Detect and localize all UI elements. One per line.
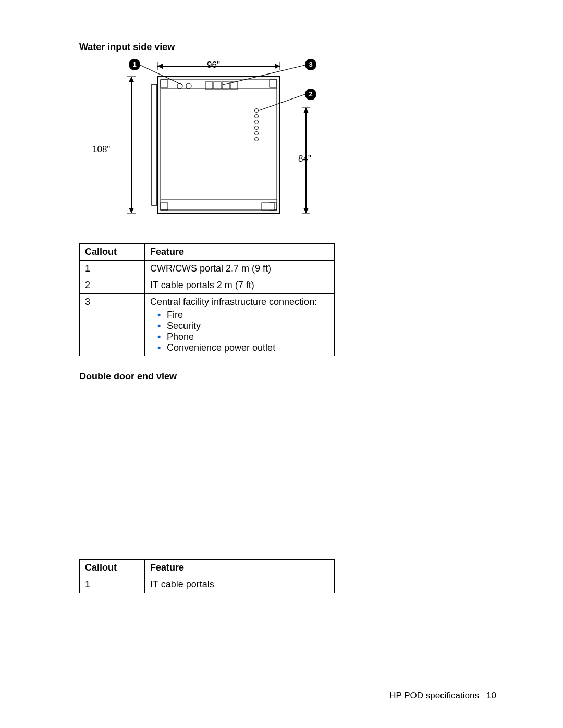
table1-head-feature: Feature <box>145 244 335 261</box>
svg-rect-26 <box>262 203 274 210</box>
section-heading-water-input: Water input side view <box>79 42 496 53</box>
cell-feature: Central facility infrastructure connecti… <box>145 294 335 356</box>
cell-feature: IT cable portals <box>145 576 335 593</box>
water-input-diagram: 96" 108" 84" 1 3 2 <box>100 61 324 223</box>
table-row: 2 IT cable portals 2 m (7 ft) <box>80 277 335 294</box>
svg-rect-13 <box>152 84 157 205</box>
callout-table-2: Callout Feature 1 IT cable portals <box>79 559 335 593</box>
svg-marker-1 <box>157 64 163 69</box>
cell-feature: IT cable portals 2 m (7 ft) <box>145 277 335 294</box>
table2-head-callout: Callout <box>80 560 145 576</box>
svg-marker-36 <box>303 108 309 113</box>
cell-callout: 1 <box>80 261 145 277</box>
dim-height-right-label: 84" <box>298 154 311 164</box>
table-row: 3 Central facility infrastructure connec… <box>80 294 335 356</box>
svg-marker-37 <box>303 208 309 213</box>
cell-callout: 1 <box>80 576 145 593</box>
callout-table-1: Callout Feature 1 CWR/CWS portal 2.7 m (… <box>79 243 335 356</box>
cell-feature: CWR/CWS portal 2.7 m (9 ft) <box>145 261 335 277</box>
callout-badge-1: 1 <box>129 59 140 70</box>
page-footer: HP POD specifications 10 <box>389 690 496 701</box>
diagram-svg <box>100 61 324 223</box>
svg-marker-31 <box>129 77 134 82</box>
svg-marker-2 <box>275 64 280 69</box>
dim-width-label: 96" <box>207 60 220 70</box>
cell-callout: 2 <box>80 277 145 294</box>
list-item: Phone <box>160 331 329 342</box>
list-item: Fire <box>160 310 329 320</box>
feature-bullets: Fire Security Phone Convenience power ou… <box>150 310 329 353</box>
feature-intro: Central facility infrastructure connecti… <box>150 297 317 307</box>
callout-badge-3: 3 <box>305 59 316 70</box>
section-heading-double-door: Double door end view <box>79 371 496 382</box>
table1-head-callout: Callout <box>80 244 145 261</box>
svg-marker-32 <box>129 208 134 213</box>
list-item: Convenience power outlet <box>160 342 329 353</box>
table-row: 1 IT cable portals <box>80 576 335 593</box>
footer-text: HP POD specifications <box>389 690 479 700</box>
callout-badge-2: 2 <box>305 89 316 100</box>
footer-page: 10 <box>486 690 496 700</box>
list-item: Security <box>160 320 329 331</box>
dim-height-left-label: 108" <box>92 144 110 155</box>
cell-callout: 3 <box>80 294 145 356</box>
svg-rect-6 <box>161 80 277 210</box>
table2-head-feature: Feature <box>145 560 335 576</box>
table-row: 1 CWR/CWS portal 2.7 m (9 ft) <box>80 261 335 277</box>
